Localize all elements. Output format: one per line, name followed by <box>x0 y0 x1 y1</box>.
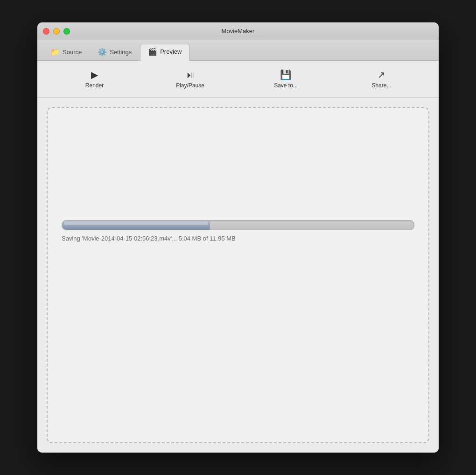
render-label: Render <box>85 82 104 89</box>
render-icon: ▶ <box>91 69 98 80</box>
minimize-button[interactable] <box>53 28 60 35</box>
content-area: Saving 'Movie-2014-04-15 02:56:23.m4v'..… <box>37 98 439 453</box>
share-button[interactable]: ↗ Share... <box>334 66 429 92</box>
tab-bar: 📁 Source ⚙️ Settings 🎬 Preview <box>37 40 439 61</box>
window-title: MovieMaker <box>222 28 255 35</box>
render-button[interactable]: ▶ Render <box>47 66 142 92</box>
preview-box: Saving 'Movie-2014-04-15 02:56:23.m4v'..… <box>47 107 429 443</box>
title-bar: MovieMaker <box>37 22 439 40</box>
tab-settings-label: Settings <box>110 49 132 56</box>
play-pause-button[interactable]: ⏯ Play/Pause <box>142 67 238 92</box>
window-controls <box>43 28 70 35</box>
share-label: Share... <box>371 82 391 89</box>
tab-source-label: Source <box>63 49 82 56</box>
progress-status: Saving 'Movie-2014-04-15 02:56:23.m4v'..… <box>62 235 414 242</box>
save-to-button[interactable]: 💾 Save to... <box>238 66 334 92</box>
preview-icon: 🎬 <box>148 47 157 56</box>
play-pause-icon: ⏯ <box>186 70 195 80</box>
progress-bar-fill <box>62 220 210 230</box>
progress-section: Saving 'Movie-2014-04-15 02:56:23.m4v'..… <box>57 220 419 242</box>
tab-preview-label: Preview <box>160 48 182 55</box>
source-icon: 📁 <box>50 48 60 57</box>
play-pause-label: Play/Pause <box>176 82 204 89</box>
save-to-label: Save to... <box>274 82 298 89</box>
settings-icon: ⚙️ <box>98 48 107 57</box>
tab-preview[interactable]: 🎬 Preview <box>140 44 189 61</box>
save-icon: 💾 <box>280 69 292 80</box>
progress-bar-container <box>62 220 414 230</box>
close-button[interactable] <box>43 28 49 35</box>
toolbar: ▶ Render ⏯ Play/Pause 💾 Save to... ↗ Sha… <box>37 61 439 98</box>
tab-source[interactable]: 📁 Source <box>43 45 89 60</box>
maximize-button[interactable] <box>63 28 70 35</box>
app-window: MovieMaker 📁 Source ⚙️ Settings 🎬 Previe… <box>37 22 439 453</box>
tab-settings[interactable]: ⚙️ Settings <box>90 45 139 60</box>
share-icon: ↗ <box>378 69 385 80</box>
